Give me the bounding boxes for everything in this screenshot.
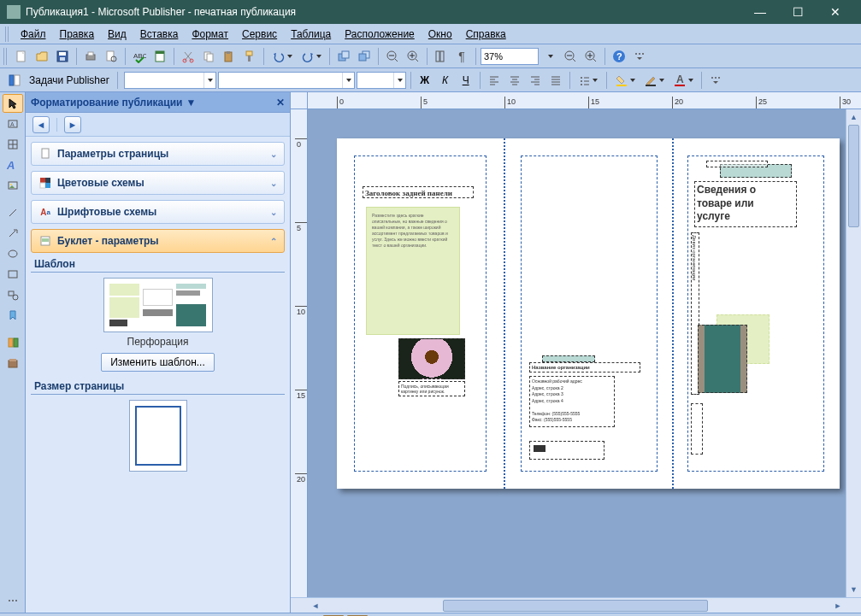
section-color-schemes[interactable]: Цветовые схемы ⌄ xyxy=(31,171,285,195)
bring-forward-button[interactable] xyxy=(334,47,353,66)
vscroll-thumb[interactable] xyxy=(848,125,859,227)
picture-tool[interactable] xyxy=(3,176,23,195)
change-template-button[interactable]: Изменить шаблон... xyxy=(101,353,215,372)
font-combo[interactable] xyxy=(218,72,355,89)
open-button[interactable] xyxy=(32,47,51,66)
section-page-options[interactable]: Параметры страницы ⌄ xyxy=(31,142,285,166)
fill-color-button[interactable] xyxy=(611,71,639,90)
underline-button[interactable]: Ч xyxy=(457,71,475,90)
scroll-down-button[interactable]: ▼ xyxy=(846,582,861,597)
redo-button[interactable] xyxy=(298,47,325,66)
section-font-schemes[interactable]: Aa Шрифтовые схемы ⌄ xyxy=(31,200,285,224)
autoshapes-tool[interactable] xyxy=(3,285,23,304)
taskpane-dropdown-icon[interactable]: ▼ xyxy=(186,97,196,109)
toolbar-options-button[interactable] xyxy=(630,47,649,66)
close-button[interactable]: ✕ xyxy=(817,0,854,24)
tasks-label[interactable]: Задачи Publisher xyxy=(29,74,109,86)
font-size-combo[interactable] xyxy=(357,72,406,89)
page-size-thumbnail[interactable] xyxy=(129,400,187,472)
zoom-out-button[interactable] xyxy=(383,47,402,66)
columns-button[interactable] xyxy=(432,47,451,66)
arrow-tool[interactable] xyxy=(3,224,23,243)
minimize-button[interactable]: — xyxy=(741,0,779,24)
spellcheck-button[interactable]: ABC xyxy=(130,47,149,66)
cut-button[interactable] xyxy=(179,47,198,66)
door-picture[interactable] xyxy=(698,325,747,393)
horizontal-ruler[interactable]: 0 5 10 15 20 25 30 xyxy=(308,92,861,109)
toolbar-grip[interactable] xyxy=(3,48,9,65)
line-tool[interactable] xyxy=(3,203,23,222)
document-canvas[interactable]: Заголовок задней панели Разместите здесь… xyxy=(308,109,861,597)
hscroll-thumb[interactable] xyxy=(443,600,708,612)
org-name-textbox[interactable] xyxy=(706,161,768,167)
address-textbox[interactable]: Основной рабочий адресАдрес, строка 2Адр… xyxy=(529,376,615,427)
zoom-out-2-button[interactable] xyxy=(561,47,580,66)
save-button[interactable] xyxy=(53,47,72,66)
zoom-in-2-button[interactable] xyxy=(581,47,600,66)
bullets-button[interactable] xyxy=(575,71,602,90)
italic-button[interactable]: К xyxy=(436,71,455,90)
menu-format[interactable]: Формат xyxy=(185,26,235,43)
select-tool[interactable] xyxy=(3,94,23,113)
phone-vertical-textbox[interactable] xyxy=(691,403,703,455)
research-button[interactable] xyxy=(150,47,169,66)
style-combo[interactable] xyxy=(124,72,216,89)
oval-tool[interactable] xyxy=(3,244,23,263)
maximize-button[interactable]: ☐ xyxy=(779,0,817,24)
toolbar2-options-button[interactable] xyxy=(706,71,725,90)
bookmark-tool[interactable] xyxy=(3,306,23,325)
page[interactable]: Заголовок задней панели Разместите здесь… xyxy=(337,138,840,489)
scroll-right-button[interactable]: ► xyxy=(830,598,846,613)
align-left-button[interactable] xyxy=(485,71,504,90)
flower-picture[interactable] xyxy=(398,338,465,379)
bold-button[interactable]: Ж xyxy=(416,71,434,90)
help-button[interactable]: ? xyxy=(610,47,628,66)
zoom-dropdown-button[interactable] xyxy=(540,47,559,66)
zoom-in-button[interactable] xyxy=(404,47,422,66)
copy-button[interactable] xyxy=(199,47,218,66)
menu-table[interactable]: Таблица xyxy=(284,26,338,43)
print-button[interactable] xyxy=(81,47,100,66)
taskpane-back-button[interactable]: ◄ xyxy=(32,116,50,133)
template-thumbnail[interactable] xyxy=(103,278,213,332)
ruler-corner[interactable] xyxy=(291,92,308,109)
font-color-button[interactable]: A xyxy=(669,71,697,90)
menu-insert[interactable]: Вставка xyxy=(133,26,186,43)
tasks-icon[interactable] xyxy=(5,71,24,90)
wordart-tool[interactable]: A xyxy=(3,155,23,174)
taskpane-close-button[interactable]: ✕ xyxy=(276,97,285,109)
menu-view[interactable]: Вид xyxy=(101,26,133,43)
vertical-ruler[interactable]: 0 5 10 15 20 xyxy=(291,109,308,597)
toolbox-options-button[interactable] xyxy=(3,594,23,613)
vertical-scrollbar[interactable]: ▲ ▼ xyxy=(846,109,861,597)
send-backward-button[interactable] xyxy=(355,47,374,66)
menu-edit[interactable]: Правка xyxy=(53,26,102,43)
table-tool[interactable] xyxy=(3,135,23,154)
format-painter-button[interactable] xyxy=(240,47,259,66)
line-color-button[interactable] xyxy=(640,71,668,90)
design-gallery-tool[interactable] xyxy=(3,333,23,352)
back-panel-body-textbox[interactable]: Разместите здесь краткие описательные, н… xyxy=(366,207,460,335)
org-logo-box[interactable] xyxy=(542,355,595,362)
horizontal-scrollbar[interactable]: ◄ ► xyxy=(291,597,861,613)
zoom-combo[interactable] xyxy=(481,48,539,65)
menu-window[interactable]: Окно xyxy=(422,26,459,43)
paragraph-marks-button[interactable]: ¶ xyxy=(452,47,471,66)
back-panel-heading-textbox[interactable]: Заголовок задней панели xyxy=(363,186,474,198)
textbox-tool[interactable]: A xyxy=(3,114,23,133)
taskpane-forward-button[interactable]: ► xyxy=(64,116,81,133)
align-center-button[interactable] xyxy=(505,71,524,90)
scroll-left-button[interactable]: ◄ xyxy=(308,598,323,613)
section-brochure-options[interactable]: Буклет - параметры ⌃ xyxy=(31,229,285,253)
menubar-grip[interactable] xyxy=(5,26,10,42)
front-title-textbox[interactable]: Сведения о товаре или услуге xyxy=(694,181,797,227)
menu-arrange[interactable]: Расположение xyxy=(338,26,422,43)
motto-textbox[interactable] xyxy=(529,441,604,460)
rectangle-tool[interactable] xyxy=(3,265,23,284)
content-library-tool[interactable] xyxy=(3,354,23,373)
paste-button[interactable] xyxy=(220,47,239,66)
align-justify-button[interactable] xyxy=(546,71,565,90)
print-preview-button[interactable] xyxy=(102,47,121,66)
scroll-up-button[interactable]: ▲ xyxy=(846,109,861,125)
menu-help[interactable]: Справка xyxy=(459,26,513,43)
